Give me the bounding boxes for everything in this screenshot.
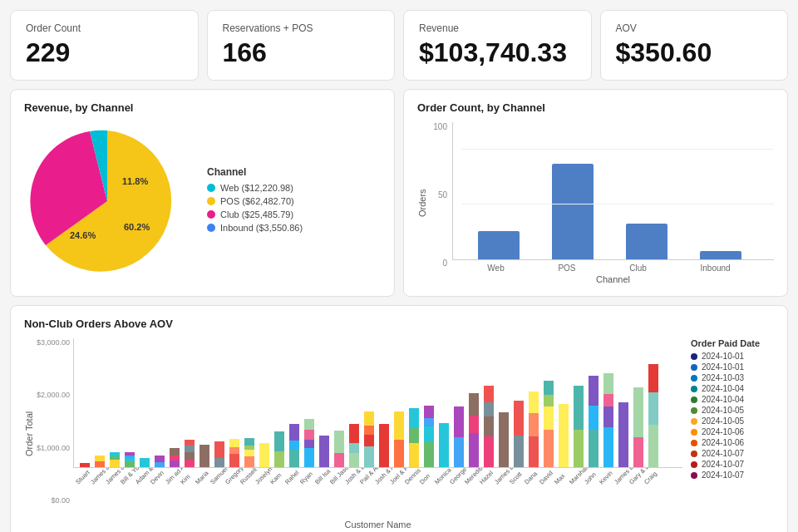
bottom-chart-card: Non-Club Orders Above AOV Order Total $3… xyxy=(10,305,788,532)
stacked-segment xyxy=(274,431,284,451)
stacked-segment xyxy=(529,436,539,467)
legend-label: 2024-10-01 xyxy=(702,352,744,361)
stacked-segment xyxy=(469,433,479,467)
stacked-segment xyxy=(544,430,554,467)
legend-color-dot xyxy=(691,353,697,360)
aov-label: AOV xyxy=(616,22,773,34)
stacked-bar-col xyxy=(421,406,436,467)
stacked-bar-col xyxy=(616,402,631,467)
legend-color-dot xyxy=(691,451,697,457)
stacked-segment xyxy=(484,416,494,436)
order-count-label: Order Count xyxy=(26,22,183,34)
stacked-segment xyxy=(409,443,419,467)
stacked-bar-col xyxy=(107,452,122,467)
top-cards-row: Order Count 229 Reservations + POS 166 R… xyxy=(10,10,788,81)
bottom-chart-inner: Order Total $3,000.00 $2,000.00 $1,000.0… xyxy=(24,338,682,530)
legend-item: 2024-10-04 xyxy=(691,395,774,404)
stacked-bar-col xyxy=(77,463,92,467)
bar-inbound xyxy=(700,251,741,259)
x-label-wrapper: Stuart xyxy=(76,470,91,518)
dashboard: Order Count 229 Reservations + POS 166 R… xyxy=(10,10,788,532)
stacked-bar-col xyxy=(182,440,197,467)
stacked-segment xyxy=(514,436,524,467)
reservations-pos-label: Reservations + POS xyxy=(223,22,380,34)
stacked-bar-col xyxy=(152,456,167,467)
bottom-chart-title: Non-Club Orders Above AOV xyxy=(24,318,774,330)
x-label-web: Web xyxy=(487,264,504,273)
stacked-segment xyxy=(529,413,539,436)
stacked-segment xyxy=(229,439,239,447)
bar-pos-rect xyxy=(552,164,594,259)
bars-area xyxy=(452,122,774,260)
pos-color-dot xyxy=(207,197,215,205)
stacked-segment xyxy=(259,443,269,467)
y-tick-0: $0.00 xyxy=(51,496,70,505)
legend-color-dot xyxy=(691,429,697,436)
stacked-bar-col xyxy=(451,406,466,467)
club-color-dot xyxy=(207,210,215,219)
stacked-bar-col xyxy=(332,431,347,467)
stacked-segment xyxy=(304,448,314,467)
stacked-segment xyxy=(364,426,374,435)
legend-label: 2024-10-01 xyxy=(702,362,744,372)
stacked-segment xyxy=(155,456,165,463)
bar-web xyxy=(478,231,520,259)
stacked-segment xyxy=(529,392,539,413)
stacked-segment xyxy=(364,446,374,467)
stacked-segment xyxy=(364,411,374,425)
y-tick-1000: $1,000.00 xyxy=(37,444,70,452)
stacked-segment xyxy=(185,460,195,467)
stacked-segment xyxy=(574,386,584,430)
stacked-bar-col xyxy=(436,423,451,467)
stacked-segment xyxy=(244,450,254,456)
legend-item: 2024-10-04 xyxy=(691,384,774,393)
stacked-bar-col xyxy=(272,431,287,467)
legend-item-web: Web ($12,220.98) xyxy=(207,183,303,193)
stacked-segment xyxy=(439,423,449,467)
legend-label: 2024-10-06 xyxy=(702,427,744,436)
legend-item: 2024-10-01 xyxy=(691,352,774,361)
stacked-bar-col xyxy=(571,386,586,467)
stacked-segment xyxy=(349,453,359,467)
stacked-segment xyxy=(200,445,209,467)
stacked-segment xyxy=(603,373,613,394)
stacked-bar-col xyxy=(377,424,392,467)
bottom-y-ticks: $3,000.00 $2,000.00 $1,000.00 $0.00 xyxy=(36,338,73,530)
reservations-pos-card: Reservations + POS 166 xyxy=(207,10,396,81)
stacked-segment xyxy=(334,431,344,453)
stacked-segment xyxy=(484,386,494,402)
x-label-pos: POS xyxy=(558,264,575,273)
bottom-stacked-plot: StuartJames & BarisJames & NannieBill & … xyxy=(73,338,682,530)
svg-text:11.8%: 11.8% xyxy=(122,176,148,186)
legend-label: 2024-10-04 xyxy=(702,384,744,393)
bar-pos xyxy=(552,164,594,259)
stacked-segment xyxy=(454,406,464,436)
stacked-segment xyxy=(648,364,658,392)
stacked-segment xyxy=(469,393,479,416)
x-axis-labels: Web POS Club Inbound xyxy=(452,260,774,273)
stacked-segment xyxy=(170,461,180,467)
stacked-segment xyxy=(424,406,434,418)
stacked-segment xyxy=(514,401,524,435)
stacked-segment xyxy=(185,446,195,451)
stacked-segment xyxy=(140,458,150,467)
revenue-legend: Channel Web ($12,220.98) POS ($62,482.70… xyxy=(207,166,303,236)
web-color-dot xyxy=(207,184,215,192)
stacked-segment xyxy=(394,411,404,440)
stacked-segment xyxy=(334,453,344,467)
stacked-bar-col xyxy=(242,438,257,467)
stacked-segment xyxy=(394,440,404,467)
legend-item: 2024-10-06 xyxy=(691,438,774,447)
stacked-segment xyxy=(170,448,180,455)
svg-text:24.6%: 24.6% xyxy=(70,230,96,240)
revenue-chart-title: Revenue, by Channel xyxy=(24,101,381,114)
legend-item: 2024-10-06 xyxy=(691,427,774,436)
stacked-bar-col xyxy=(586,376,601,467)
y-tick-0: 0 xyxy=(442,259,447,268)
stacked-bar-col xyxy=(541,381,556,468)
bottom-x-axis-label: Customer Name xyxy=(73,520,682,530)
pie-container: 11.8% 24.6% 60.2% Channel Web ($12,220.9… xyxy=(24,122,381,280)
x-label-club: Club xyxy=(629,264,647,273)
bottom-legend-title: Order Paid Date xyxy=(691,338,774,348)
stacked-segment xyxy=(155,462,165,467)
